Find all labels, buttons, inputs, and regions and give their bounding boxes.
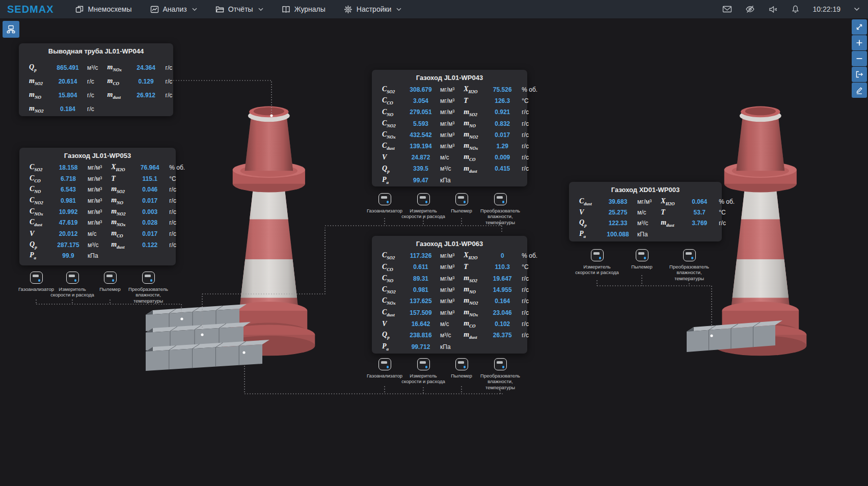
sensor-flow-XD01-WP003[interactable]: Измеритель скорости и расхода	[573, 249, 621, 276]
sensor-display-bar	[593, 252, 600, 255]
main-menu: МнемосхемыАнализОтчётыЖурналыНастройки	[75, 5, 402, 14]
param-symbol: CSO2	[382, 251, 405, 260]
param-unit: °C	[165, 175, 185, 182]
panel-col-left: Cdust39.683мг/м³V25.275м/сQp122.33м³/сPa…	[579, 196, 652, 239]
param-unit: мг/м³	[436, 286, 454, 293]
data-panel-wp053: Газоход JL01-WP053CSO218.158мг/м³CCO6.71…	[19, 148, 176, 265]
param-value: 75.526	[487, 86, 518, 93]
sedmax-logo[interactable]: SEDMAX	[7, 4, 54, 15]
sensor-device-icon	[378, 358, 391, 370]
sensor-device-icon	[455, 193, 468, 205]
zoom-out-icon	[855, 55, 863, 63]
param-value: 0.611	[405, 263, 436, 271]
panel-col-left: Qp865.491м³/сmSO220.614г/сmNO15.804г/сmN…	[29, 61, 98, 116]
param-row-NO2: CNO20.981мг/м³	[382, 284, 454, 295]
param-value: 0.102	[487, 320, 518, 328]
param-symbol: mSO2	[111, 185, 134, 194]
param-symbol: V	[382, 153, 405, 161]
param-value: 16.642	[405, 320, 436, 328]
param-row-dust: Cdust47.619мг/м³	[30, 217, 102, 228]
param-symbol: CNO	[30, 185, 53, 194]
menu-item-journals[interactable]: Журналы	[282, 5, 326, 14]
volume-icon[interactable]	[768, 5, 778, 14]
param-unit: г/с	[518, 332, 537, 339]
sensor-status-dot	[502, 366, 505, 368]
sensor-humidity-JL01-WP063[interactable]: Преобразователь влажности, температуры	[476, 358, 525, 390]
param-row-SO2: mSO20.921г/с	[464, 106, 537, 118]
param-row-dust: Cdust139.194мг/м³	[382, 141, 454, 152]
param-row-NO2: CNO25.593мг/м³	[382, 118, 454, 129]
param-row-CO: CCO6.718мг/м³	[30, 173, 102, 184]
param-symbol: CNOx	[382, 130, 405, 140]
sensor-humidity-JL01-WP053[interactable]: Преобразователь влажности, температуры	[124, 272, 173, 304]
param-symbol: Pa	[382, 342, 405, 352]
param-value: 24.364	[131, 64, 161, 71]
edit-icon	[855, 86, 863, 94]
param-symbol: T	[464, 97, 487, 105]
mail-icon[interactable]	[722, 5, 732, 13]
param-value: 0.017	[134, 230, 165, 237]
param-unit: °C	[518, 97, 537, 104]
param-row-CO: mCO0.129г/с	[107, 74, 173, 88]
panel-title: Газоход JL01-WP053	[19, 148, 176, 161]
sensor-status-dot	[464, 201, 466, 203]
param-symbol: V	[579, 208, 603, 217]
reports-icon	[215, 5, 224, 14]
sensor-display-bar	[106, 275, 113, 277]
bell-icon[interactable]	[791, 5, 800, 14]
panel-col-right: XH2O76.964% об.T115.1°CmSO20.046г/сmNO0.…	[111, 162, 185, 261]
expand-button[interactable]	[852, 19, 867, 35]
sensor-display-bar	[420, 361, 426, 364]
param-row-NO2: CNO20.981мг/м³	[30, 195, 102, 206]
sensor-device-icon	[636, 249, 648, 261]
mnemo-tree-button[interactable]	[3, 21, 19, 38]
param-value: 15.804	[52, 92, 83, 99]
param-value: 53.7	[684, 209, 715, 216]
param-row-NO: mNO14.955г/с	[464, 284, 537, 295]
user-menu-chevron-icon[interactable]	[854, 7, 860, 11]
param-row-H2O: XH2O0% об.	[464, 250, 537, 261]
param-value: 3.054	[405, 97, 436, 104]
sensor-status-dot	[74, 279, 77, 282]
sensor-display-bar	[458, 361, 464, 364]
param-unit: г/с	[518, 120, 537, 127]
menu-item-analysis[interactable]: Анализ	[150, 5, 197, 14]
sensor-display-bar	[33, 275, 39, 277]
param-row-dust: mdust26.912г/с	[107, 88, 173, 102]
menu-item-settings[interactable]: Настройки	[344, 5, 402, 14]
sensor-device-icon	[30, 272, 43, 284]
param-row-CO: CCO3.054мг/м³	[382, 95, 454, 106]
exit-frame-button[interactable]	[852, 67, 867, 82]
zoom-in-button[interactable]	[852, 35, 867, 50]
zoom-out-button[interactable]	[852, 51, 867, 66]
data-panel-wp044: Выводная труба JL01-WP044Qp865.491м³/сmS…	[19, 43, 173, 116]
param-row-dust: Cdust39.683мг/м³	[579, 196, 652, 207]
param-row-NOx: mNOx0.028г/с	[111, 217, 185, 228]
param-value: 117.326	[405, 252, 436, 259]
param-row-a: Pa99.712кПа	[382, 341, 454, 352]
param-value: 157.509	[405, 309, 436, 316]
param-row-SO2: mSO20.046г/с	[111, 184, 185, 195]
param-row-p: Qp287.175м³/с	[30, 239, 102, 251]
param-value: 0.028	[134, 219, 165, 226]
edit-button[interactable]	[852, 83, 867, 98]
sensor-label: Газоанализатор	[367, 208, 402, 213]
param-symbol: mCO	[107, 77, 131, 86]
sensor-dust-XD01-WP003[interactable]: Пылемер	[617, 249, 666, 269]
eye-off-icon[interactable]	[745, 5, 755, 14]
param-row-NOx: CNOx137.625мг/м³	[382, 295, 454, 307]
sensor-humidity-JL01-WP043[interactable]: Преобразователь влажности, температуры	[476, 193, 525, 225]
menu-item-mnemoschemes[interactable]: Мнемосхемы	[75, 5, 132, 14]
param-row-p: Qp339.5м³/с	[382, 163, 454, 174]
sensor-display-bar	[145, 275, 151, 277]
param-symbol: CNO2	[30, 196, 53, 205]
param-value: 76.964	[134, 164, 165, 171]
sensor-humidity-XD01-WP003[interactable]: Преобразователь влажности, температуры	[665, 249, 714, 281]
param-value: 23.046	[487, 309, 518, 316]
menu-item-reports[interactable]: Отчёты	[215, 5, 263, 14]
panel-title: Газоход JL01-WP063	[372, 236, 527, 249]
param-symbol: Qp	[382, 331, 405, 340]
param-row-V: V20.012м/с	[30, 228, 102, 239]
param-value: 0.164	[487, 298, 518, 305]
param-unit: г/с	[83, 92, 98, 99]
